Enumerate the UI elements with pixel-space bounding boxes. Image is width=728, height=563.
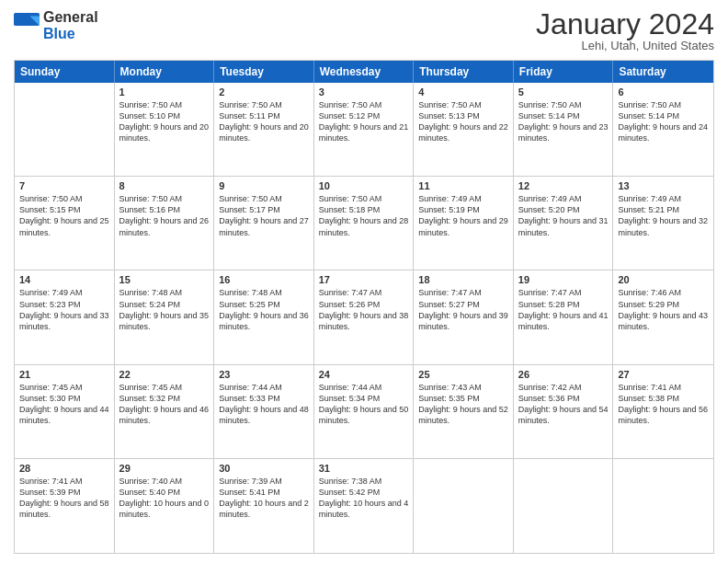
week-row-4: 21 Sunrise: 7:45 AMSunset: 5:30 PMDaylig… [15, 365, 713, 459]
cell-info: Sunrise: 7:47 AMSunset: 5:28 PMDaylight:… [518, 288, 609, 330]
day-number: 6 [618, 86, 709, 98]
cell-w1-d3: 2 Sunrise: 7:50 AMSunset: 5:11 PMDayligh… [214, 83, 314, 176]
day-number: 2 [219, 86, 309, 98]
logo-blue: Blue [43, 26, 98, 42]
day-number: 13 [618, 180, 709, 191]
cell-info: Sunrise: 7:40 AMSunset: 5:40 PMDaylight:… [119, 477, 210, 519]
cell-w2-d7: 13 Sunrise: 7:49 AMSunset: 5:21 PMDaylig… [613, 177, 713, 270]
cell-info: Sunrise: 7:45 AMSunset: 5:32 PMDaylight:… [119, 383, 210, 425]
cell-w5-d7 [613, 459, 713, 553]
cell-w3-d3: 16 Sunrise: 7:48 AMSunset: 5:25 PMDaylig… [214, 270, 314, 363]
cell-w4-d6: 26 Sunrise: 7:42 AMSunset: 5:36 PMDaylig… [514, 365, 614, 458]
cell-w4-d1: 21 Sunrise: 7:45 AMSunset: 5:30 PMDaylig… [15, 365, 115, 458]
header-thursday: Thursday [414, 61, 514, 83]
calendar-header: Sunday Monday Tuesday Wednesday Thursday… [15, 61, 713, 83]
cell-info: Sunrise: 7:49 AMSunset: 5:19 PMDaylight:… [418, 194, 508, 236]
day-number: 29 [119, 463, 210, 474]
day-number: 20 [618, 274, 709, 285]
cell-w5-d6 [514, 459, 614, 553]
cell-w2-d2: 8 Sunrise: 7:50 AMSunset: 5:16 PMDayligh… [115, 177, 215, 270]
logo-text: General Blue [43, 9, 98, 41]
cell-w1-d4: 3 Sunrise: 7:50 AMSunset: 5:12 PMDayligh… [314, 83, 415, 176]
cell-info: Sunrise: 7:50 AMSunset: 5:17 PMDaylight:… [219, 194, 309, 236]
cell-info: Sunrise: 7:48 AMSunset: 5:24 PMDaylight:… [119, 288, 210, 330]
cell-w2-d6: 12 Sunrise: 7:49 AMSunset: 5:20 PMDaylig… [514, 177, 614, 270]
cell-info: Sunrise: 7:38 AMSunset: 5:42 PMDaylight:… [319, 477, 409, 519]
day-number: 14 [19, 274, 109, 285]
cell-w4-d3: 23 Sunrise: 7:44 AMSunset: 5:33 PMDaylig… [214, 365, 314, 458]
logo-general: General [43, 9, 98, 26]
cell-w5-d4: 31 Sunrise: 7:38 AMSunset: 5:42 PMDaylig… [314, 459, 415, 553]
header-tuesday: Tuesday [214, 61, 314, 83]
cell-info: Sunrise: 7:45 AMSunset: 5:30 PMDaylight:… [19, 383, 109, 425]
page: General Blue January 2024 Lehi, Utah, Un… [0, 0, 728, 563]
cell-info: Sunrise: 7:50 AMSunset: 5:14 PMDaylight:… [518, 100, 609, 143]
cell-w1-d2: 1 Sunrise: 7:50 AMSunset: 5:10 PMDayligh… [115, 83, 215, 176]
month-title: January 2024 [536, 9, 714, 39]
cell-info: Sunrise: 7:50 AMSunset: 5:10 PMDaylight:… [119, 100, 210, 143]
day-number: 28 [19, 463, 109, 474]
cell-info: Sunrise: 7:48 AMSunset: 5:25 PMDaylight:… [219, 288, 309, 330]
week-row-5: 28 Sunrise: 7:41 AMSunset: 5:39 PMDaylig… [15, 459, 713, 553]
day-number: 5 [518, 86, 609, 98]
day-number: 3 [319, 86, 409, 98]
cell-w3-d1: 14 Sunrise: 7:49 AMSunset: 5:23 PMDaylig… [15, 270, 115, 363]
cell-w1-d7: 6 Sunrise: 7:50 AMSunset: 5:14 PMDayligh… [613, 83, 713, 176]
day-number: 9 [219, 180, 309, 191]
cell-w2-d1: 7 Sunrise: 7:50 AMSunset: 5:15 PMDayligh… [15, 177, 115, 270]
cell-info: Sunrise: 7:50 AMSunset: 5:11 PMDaylight:… [219, 100, 309, 143]
logo: General Blue [14, 9, 98, 41]
cell-w1-d5: 4 Sunrise: 7:50 AMSunset: 5:13 PMDayligh… [414, 83, 514, 176]
cell-info: Sunrise: 7:50 AMSunset: 5:14 PMDaylight:… [618, 100, 708, 143]
cell-w2-d5: 11 Sunrise: 7:49 AMSunset: 5:19 PMDaylig… [414, 177, 514, 270]
cell-w4-d5: 25 Sunrise: 7:43 AMSunset: 5:35 PMDaylig… [414, 365, 514, 458]
header-friday: Friday [514, 61, 614, 83]
cell-w2-d4: 10 Sunrise: 7:50 AMSunset: 5:18 PMDaylig… [314, 177, 415, 270]
day-number: 10 [319, 180, 409, 191]
cell-info: Sunrise: 7:50 AMSunset: 5:13 PMDaylight:… [418, 100, 508, 143]
cell-info: Sunrise: 7:42 AMSunset: 5:36 PMDaylight:… [518, 383, 609, 425]
day-number: 11 [418, 180, 508, 191]
day-number: 15 [119, 274, 210, 285]
day-number: 22 [119, 369, 210, 380]
header-monday: Monday [115, 61, 215, 83]
cell-w1-d1 [15, 83, 115, 176]
calendar: Sunday Monday Tuesday Wednesday Thursday… [14, 60, 714, 554]
week-row-2: 7 Sunrise: 7:50 AMSunset: 5:15 PMDayligh… [15, 177, 713, 270]
cell-w3-d6: 19 Sunrise: 7:47 AMSunset: 5:28 PMDaylig… [514, 270, 614, 363]
logo-icon [14, 13, 40, 39]
cell-w5-d2: 29 Sunrise: 7:40 AMSunset: 5:40 PMDaylig… [115, 459, 215, 553]
week-row-3: 14 Sunrise: 7:49 AMSunset: 5:23 PMDaylig… [15, 270, 713, 364]
day-number: 7 [19, 180, 109, 191]
cell-info: Sunrise: 7:47 AMSunset: 5:26 PMDaylight:… [319, 288, 409, 330]
cell-w1-d6: 5 Sunrise: 7:50 AMSunset: 5:14 PMDayligh… [514, 83, 614, 176]
header: General Blue January 2024 Lehi, Utah, Un… [14, 9, 714, 52]
header-sunday: Sunday [15, 61, 115, 83]
day-number: 25 [418, 369, 508, 380]
cell-w2-d3: 9 Sunrise: 7:50 AMSunset: 5:17 PMDayligh… [214, 177, 314, 270]
cell-w4-d7: 27 Sunrise: 7:41 AMSunset: 5:38 PMDaylig… [613, 365, 713, 458]
cell-w3-d5: 18 Sunrise: 7:47 AMSunset: 5:27 PMDaylig… [414, 270, 514, 363]
calendar-body: 1 Sunrise: 7:50 AMSunset: 5:10 PMDayligh… [15, 83, 713, 553]
cell-info: Sunrise: 7:49 AMSunset: 5:23 PMDaylight:… [19, 288, 109, 330]
day-number: 24 [319, 369, 409, 380]
day-number: 19 [518, 274, 609, 285]
day-number: 26 [518, 369, 609, 380]
header-saturday: Saturday [613, 61, 713, 83]
header-wednesday: Wednesday [314, 61, 415, 83]
day-number: 27 [618, 369, 709, 380]
day-number: 31 [319, 463, 409, 474]
cell-info: Sunrise: 7:49 AMSunset: 5:20 PMDaylight:… [518, 194, 609, 236]
cell-info: Sunrise: 7:39 AMSunset: 5:41 PMDaylight:… [219, 477, 309, 519]
day-number: 1 [119, 86, 210, 98]
day-number: 30 [219, 463, 309, 474]
day-number: 17 [319, 274, 409, 285]
cell-w4-d2: 22 Sunrise: 7:45 AMSunset: 5:32 PMDaylig… [115, 365, 215, 458]
day-number: 4 [418, 86, 508, 98]
cell-w5-d3: 30 Sunrise: 7:39 AMSunset: 5:41 PMDaylig… [214, 459, 314, 553]
cell-w5-d1: 28 Sunrise: 7:41 AMSunset: 5:39 PMDaylig… [15, 459, 115, 553]
cell-info: Sunrise: 7:50 AMSunset: 5:18 PMDaylight:… [319, 194, 409, 236]
day-number: 23 [219, 369, 309, 380]
title-block: January 2024 Lehi, Utah, United States [536, 9, 714, 52]
cell-info: Sunrise: 7:49 AMSunset: 5:21 PMDaylight:… [618, 194, 708, 236]
